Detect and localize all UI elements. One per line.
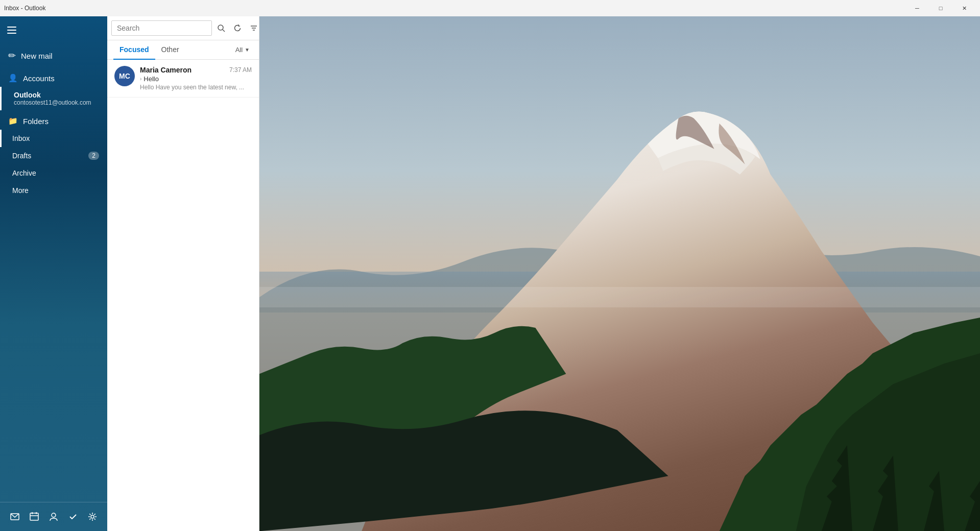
filter-options-button[interactable]: [247, 21, 261, 35]
search-icon: [217, 24, 225, 32]
refresh-icon: [233, 24, 242, 32]
search-bar: [107, 16, 259, 40]
svg-rect-14: [259, 287, 980, 307]
tasks-footer-icon: [68, 512, 78, 522]
folders-label: Folders: [23, 117, 49, 126]
accounts-icon: 👤: [8, 74, 18, 83]
account-email: contosotest11@outlook.com: [14, 99, 99, 106]
filter-icon: [250, 24, 258, 32]
accounts-label: Accounts: [23, 74, 55, 83]
hamburger-button[interactable]: [0, 18, 23, 42]
title-bar-left: Inbox - Outlook: [4, 5, 45, 12]
sidebar-content: ✏ New mail 👤 Accounts Outlook contosotes…: [0, 16, 107, 531]
mail-subject: › Hello: [140, 75, 252, 83]
folder-name-more: More: [12, 186, 29, 195]
drafts-badge: 2: [88, 152, 99, 160]
new-mail-icon: ✏: [8, 50, 16, 61]
folder-item-archive[interactable]: Archive: [0, 164, 107, 182]
content-area: [259, 16, 980, 531]
tab-focused[interactable]: Focused: [113, 40, 155, 60]
folder-name-archive: Archive: [12, 169, 36, 177]
sidebar: ✏ New mail 👤 Accounts Outlook contosotes…: [0, 16, 107, 531]
filter-all-label: All: [235, 46, 243, 54]
tasks-footer-button[interactable]: [64, 508, 82, 526]
app-body: ✏ New mail 👤 Accounts Outlook contosotes…: [0, 16, 980, 531]
filter-all-button[interactable]: All ▼: [232, 44, 253, 56]
minimize-button[interactable]: ─: [905, 0, 929, 16]
settings-footer-button[interactable]: [83, 508, 102, 526]
search-button[interactable]: [214, 21, 228, 35]
folders-icon: 📁: [8, 116, 18, 126]
svg-point-6: [91, 515, 94, 518]
mail-footer-icon: [10, 512, 20, 522]
svg-point-5: [52, 513, 56, 517]
folder-item-drafts[interactable]: Drafts 2: [0, 147, 107, 164]
mail-subject-chevron: ›: [140, 76, 141, 82]
folder-name-inbox: Inbox: [12, 134, 30, 142]
settings-footer-icon: [87, 512, 98, 522]
calendar-footer-button[interactable]: [25, 508, 43, 526]
mail-item[interactable]: MC Maria Cameron 7:37 AM › Hello Hello H…: [107, 60, 259, 98]
new-mail-label: New mail: [21, 52, 53, 60]
close-button[interactable]: ✕: [952, 0, 976, 16]
new-mail-button[interactable]: ✏ New mail: [0, 44, 107, 67]
tabs-row: Focused Other All ▼: [107, 40, 259, 60]
folder-name-drafts: Drafts: [12, 152, 31, 160]
people-footer-button[interactable]: [44, 508, 63, 526]
accounts-section-header[interactable]: 👤 Accounts: [0, 67, 107, 87]
mail-time: 7:37 AM: [229, 66, 252, 74]
avatar: MC: [114, 66, 135, 86]
folder-item-inbox[interactable]: Inbox: [0, 130, 107, 147]
refresh-button[interactable]: [230, 21, 245, 35]
calendar-footer-icon: [29, 512, 39, 522]
svg-point-7: [218, 25, 223, 30]
account-name: Outlook: [14, 91, 99, 99]
filter-chevron-icon: ▼: [245, 47, 250, 53]
window-controls: ─ □ ✕: [905, 0, 976, 16]
folder-item-more[interactable]: More: [0, 182, 107, 199]
people-footer-icon: [49, 512, 59, 522]
sidebar-footer: [0, 502, 107, 531]
search-input[interactable]: [111, 20, 212, 36]
mail-sender: Maria Cameron: [140, 66, 192, 74]
tab-other[interactable]: Other: [155, 40, 185, 60]
mountain-background: [259, 16, 980, 531]
svg-rect-1: [30, 513, 38, 520]
account-item[interactable]: Outlook contosotest11@outlook.com: [0, 87, 107, 110]
mail-footer-button[interactable]: [6, 508, 24, 526]
mail-list-panel: Focused Other All ▼ MC Maria Cameron 7:3…: [107, 16, 259, 531]
folders-section-header: 📁 Folders: [0, 110, 107, 130]
title-bar: Inbox - Outlook ─ □ ✕: [0, 0, 980, 16]
mail-item-content: Maria Cameron 7:37 AM › Hello Hello Have…: [140, 66, 252, 91]
app-title: Inbox - Outlook: [4, 5, 45, 12]
maximize-button[interactable]: □: [929, 0, 952, 16]
mail-item-header: Maria Cameron 7:37 AM: [140, 66, 252, 74]
mail-preview: Hello Have you seen the latest new, ...: [140, 84, 252, 91]
hamburger-icon: [7, 27, 16, 34]
svg-line-8: [223, 30, 225, 32]
